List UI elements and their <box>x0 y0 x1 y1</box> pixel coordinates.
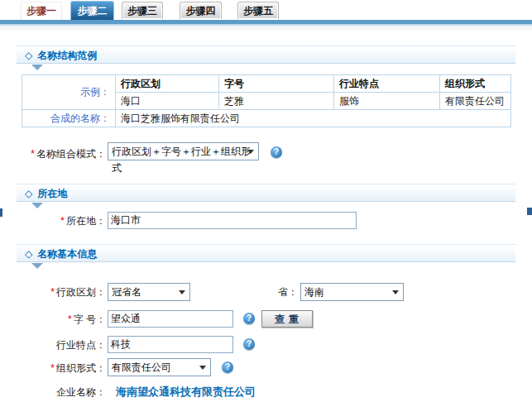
section-title-basic: 名称基本信息 <box>37 248 97 260</box>
section-title-example: 名称结构范例 <box>37 50 97 61</box>
section-header-basic[interactable]: ◇名称基本信息 <box>17 244 515 262</box>
pattern-select[interactable]: 行政区划＋字号＋行业＋组织形式 <box>108 142 259 160</box>
composed-name-label: 合成的名称： <box>22 110 116 127</box>
example-row-label: 示例： <box>22 75 116 110</box>
collapse-arrow-icon <box>31 263 43 269</box>
col-header-industry: 行业特点 <box>334 75 440 93</box>
example-table: 示例： 行政区划 字号 行业特点 组织形式 海口 芝雅 服饰 有限责任公司 合成… <box>22 74 511 127</box>
diamond-icon: ◇ <box>25 188 32 199</box>
required-marker: * <box>50 286 55 298</box>
tradename-input[interactable] <box>108 310 233 328</box>
required-marker: * <box>31 148 35 160</box>
tab-step-3[interactable]: 步骤三 <box>122 2 163 19</box>
cell-tradename: 芝雅 <box>219 93 334 110</box>
tab-step-4[interactable]: 步骤四 <box>180 2 222 19</box>
tab-step-1[interactable]: 步骤一 <box>21 2 62 19</box>
duplicate-check-button[interactable]: 查 重 <box>261 310 313 328</box>
orgform-label: *组织形式： <box>21 361 106 376</box>
division-select-value: 冠省名 <box>112 286 141 298</box>
chevron-down-icon <box>247 150 254 154</box>
table-row: 示例： 行政区划 字号 行业特点 组织形式 <box>22 75 511 93</box>
col-header-orgform: 组织形式 <box>440 75 511 93</box>
orgform-select[interactable]: 有限责任公司 <box>108 358 211 376</box>
division-label: *行政区划： <box>21 285 106 299</box>
division-select[interactable]: 冠省名 <box>108 283 190 301</box>
tab-step-5[interactable]: 步骤五 <box>237 2 279 19</box>
pattern-label: *名称组合模式： <box>21 147 106 161</box>
cell-orgform: 有限责任公司 <box>440 93 511 110</box>
diamond-icon: ◇ <box>25 50 32 61</box>
company-name-value: 海南望众通科技有限责任公司 <box>116 385 256 400</box>
province-select-value: 海南 <box>304 286 324 298</box>
tab-step-2[interactable]: 步骤二 <box>70 1 114 20</box>
chevron-down-icon <box>199 366 206 370</box>
help-icon-pattern[interactable]: ? <box>271 146 282 158</box>
help-icon-orgform[interactable]: ? <box>222 361 233 373</box>
right-edge-marker <box>527 208 532 215</box>
left-edge-marker <box>0 208 2 217</box>
section-header-example[interactable]: ◇名称结构范例 <box>17 45 515 64</box>
table-row: 合成的名称： 海口芝雅服饰有限责任公司 <box>22 110 511 127</box>
col-header-tradename: 字号 <box>219 75 334 93</box>
col-header-division: 行政区划 <box>116 75 219 93</box>
collapse-arrow-icon <box>31 65 43 70</box>
cell-industry: 服饰 <box>334 93 440 110</box>
section-title-location: 所在地 <box>37 188 67 199</box>
required-marker: * <box>50 362 55 374</box>
composed-name-value: 海口芝雅服饰有限责任公司 <box>116 110 511 127</box>
tradename-label: *字 号： <box>21 313 106 327</box>
orgform-select-value: 有限责任公司 <box>112 361 171 373</box>
cell-division: 海口 <box>116 93 219 110</box>
required-marker: * <box>60 215 65 227</box>
chevron-down-icon <box>392 290 399 294</box>
help-icon-tradename[interactable]: ? <box>243 313 255 324</box>
province-label: 省： <box>250 285 298 299</box>
location-input[interactable] <box>108 212 357 229</box>
tabstrip-divider-shade <box>0 26 532 31</box>
province-select[interactable]: 海南 <box>300 283 404 301</box>
required-marker: * <box>68 313 72 325</box>
chevron-down-icon <box>179 290 185 294</box>
collapse-arrow-icon <box>31 203 43 208</box>
industry-label: 行业特点： <box>21 338 106 352</box>
industry-input[interactable] <box>108 336 233 353</box>
location-label: *所在地： <box>21 214 106 228</box>
diamond-icon: ◇ <box>25 248 32 260</box>
pattern-select-value: 行政区划＋字号＋行业＋组织形式 <box>112 146 251 174</box>
section-header-location[interactable]: ◇所在地 <box>17 184 515 202</box>
company-name-label: 企业名称： <box>21 385 106 400</box>
help-icon-industry[interactable]: ? <box>243 338 255 350</box>
name-registration-page: 步骤一 步骤二 步骤三 步骤四 步骤五 ◇名称结构范例 示例： 行政区划 字号 … <box>0 0 532 402</box>
